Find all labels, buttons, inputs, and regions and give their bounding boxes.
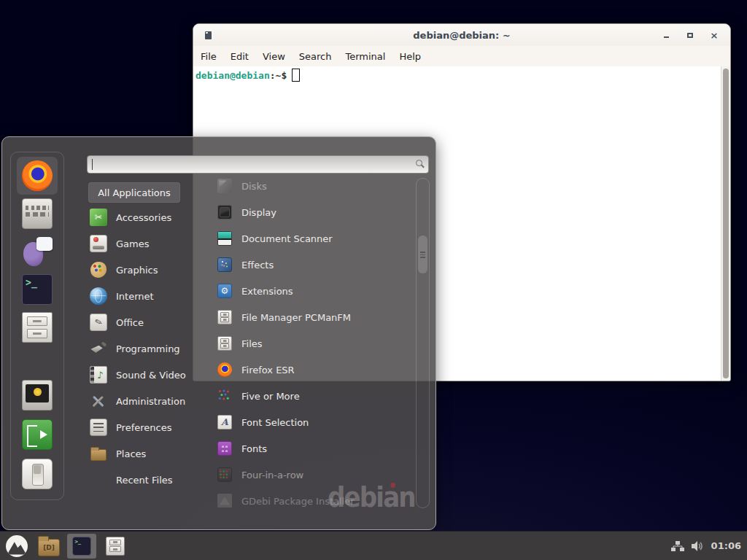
network-icon[interactable] [671,540,684,552]
watermark-text: debian [328,482,415,513]
programming-icon [90,340,107,357]
app-label: Fonts [241,443,267,454]
menu-scrollbar[interactable] [416,178,430,508]
taskbar-files-button[interactable] [101,534,130,559]
app-label: Extensions [241,286,293,297]
terminal-scrollbar[interactable] [721,66,730,381]
category-item-internet[interactable]: Internet [88,283,212,309]
administration-icon [90,392,107,410]
search-caret [92,159,93,170]
file-cabinet-icon [217,336,232,351]
category-label: Games [116,238,149,249]
volume-icon[interactable] [691,540,705,552]
category-label: Sound & Video [116,370,186,381]
shut-down-button[interactable] [17,456,58,492]
app-label: Five or More [241,391,300,402]
category-item-accessories[interactable]: Accessories [88,204,212,230]
terminal-menu-terminal[interactable]: Terminal [345,51,385,62]
display-icon [217,205,232,219]
document-scanner-icon [217,231,232,246]
maximize-button[interactable] [684,29,696,41]
terminal-menu-view[interactable]: View [263,51,285,62]
app-label: Firefox ESR [241,365,295,376]
file-manager-icon [22,312,53,343]
app-item-document-scanner[interactable]: Document Scanner [209,225,415,252]
favorite-pidgin[interactable] [17,233,58,271]
pidgin-icon [22,236,53,267]
favorite-file-manager[interactable] [17,308,58,346]
terminal-title: debian@debian: ~ [193,30,730,41]
search-icon [416,160,422,166]
lock-screen-button[interactable] [17,377,58,413]
category-item-places[interactable]: Places [88,440,212,467]
games-icon [90,235,107,252]
category-label: Recent Files [116,475,173,486]
all-applications-button[interactable]: All Applications [88,182,180,203]
lock-screen-icon [22,380,53,411]
category-label: Administration [116,396,185,407]
category-item-administration[interactable]: Administration [88,388,212,414]
category-label: Internet [116,291,154,302]
file-cabinet-icon [217,310,232,324]
app-label: Display [241,207,276,218]
office-icon [90,314,107,331]
search-input[interactable] [87,155,429,174]
places-icon [90,445,107,462]
disks-icon [217,179,232,193]
category-item-games[interactable]: Games [88,230,212,257]
firefox-icon [217,362,232,377]
watermark-red-dot [390,483,395,488]
category-item-graphics[interactable]: Graphics [88,257,212,283]
terminal-menu-edit[interactable]: Edit [231,51,249,62]
category-list: AccessoriesGamesGraphicsInternetOfficePr… [88,204,212,493]
category-label: Office [116,317,144,328]
extensions-icon [217,284,232,298]
app-label: Document Scanner [241,233,333,244]
app-item-fonts[interactable]: Fonts [209,435,415,462]
wallpaper-watermark: debian [328,482,415,513]
category-item-sound-video[interactable]: Sound & Video [88,362,212,388]
terminal-titlebar[interactable]: debian@debian: ~ × [193,24,730,46]
app-label: Font Selection [241,417,309,428]
favorite-firefox[interactable] [17,157,58,195]
minimize-button[interactable] [660,29,672,41]
app-item-display[interactable]: Display [209,199,415,225]
app-item-files[interactable]: Files [209,330,415,357]
category-label: Programming [116,343,180,354]
category-label: Preferences [116,422,171,433]
app-item-disks[interactable]: Disks [209,178,415,199]
category-item-programming[interactable]: Programming [88,335,212,362]
application-menu: All Applications AccessoriesGamesGraphic… [1,136,436,530]
clock[interactable]: 01:06 [711,540,741,551]
app-label: Files [241,338,263,349]
menu-button[interactable] [6,535,28,557]
effects-icon [217,257,232,272]
app-item-extensions[interactable]: Extensions [209,278,415,304]
file-manager-launcher[interactable] [38,539,60,556]
app-item-font-selection[interactable]: Font Selection [209,409,415,435]
app-item-firefox-esr[interactable]: Firefox ESR [209,357,415,383]
favorite-terminal[interactable] [17,271,58,308]
favorites-panel [10,152,64,500]
app-item-five-or-more[interactable]: Five or More [209,383,415,409]
application-list: DisksDisplayDocument ScannerEffectsExten… [209,178,415,508]
close-button[interactable]: × [708,29,720,41]
favorite-package-manager[interactable] [17,195,58,233]
category-item-preferences[interactable]: Preferences [88,414,212,440]
category-item-recent-files[interactable]: Recent Files [88,467,212,493]
category-item-office[interactable]: Office [88,309,212,335]
terminal-scrollbar-thumb[interactable] [723,69,729,378]
terminal-menu-help[interactable]: Help [399,51,421,62]
terminal-menu-search[interactable]: Search [299,51,332,62]
app-item-file-manager-pcmanfm[interactable]: File Manager PCManFM [209,304,415,330]
package-manager-icon [22,198,53,229]
menu-scrollbar-thumb[interactable] [418,236,427,273]
taskbar-terminal-window-button[interactable] [67,534,96,559]
app-item-effects[interactable]: Effects [209,252,415,278]
accessories-icon [90,209,107,226]
app-label: Effects [241,260,274,271]
gdebi-icon [217,494,232,508]
terminal-menu-file[interactable]: File [201,51,217,62]
terminal-icon [22,274,53,305]
log-out-button[interactable] [17,416,58,453]
